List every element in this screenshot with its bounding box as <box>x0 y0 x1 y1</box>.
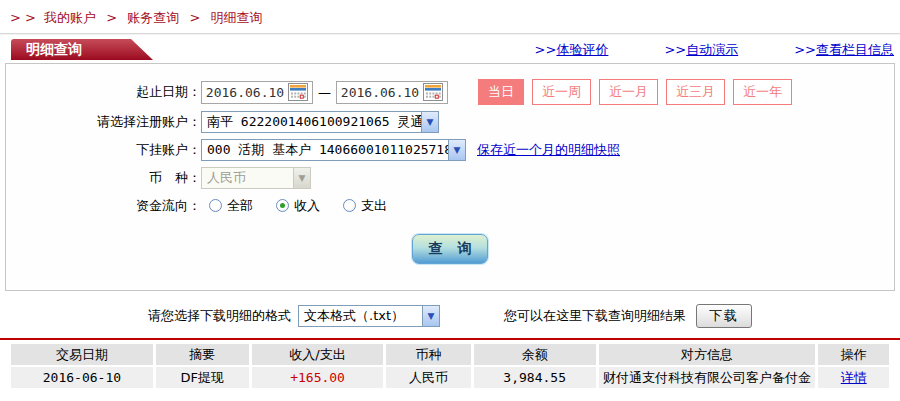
breadcrumb-separator: > <box>189 10 200 25</box>
currency-value: 人民币 <box>202 169 293 187</box>
chevron-down-icon: ▼ <box>293 168 310 188</box>
radio-icon <box>209 199 222 212</box>
chevron-down-icon: ▼ <box>422 306 439 326</box>
table-divider-line <box>0 338 900 340</box>
col-header-counterparty: 对方信息 <box>599 344 816 365</box>
register-account-value: 南平 6222001406100921065 灵通卡 <box>202 113 421 131</box>
cell-counterparty: 财付通支付科技有限公司客户备付金 <box>599 367 816 388</box>
download-row: 请您选择下载明细的格式 文本格式（.txt） ▼ 您可以在这里下载查询明细结果 … <box>0 303 900 329</box>
col-header-balance: 余额 <box>474 344 596 365</box>
register-account-select[interactable]: 南平 6222001406100921065 灵通卡 ▼ <box>201 111 439 133</box>
currency-label: 币 种： <box>6 169 201 187</box>
calendar-icon[interactable] <box>287 83 308 102</box>
date-range-row: 起止日期： — <box>6 79 894 105</box>
chevron-down-icon: ▼ <box>448 140 465 160</box>
register-account-label: 请选择注册账户： <box>6 113 201 131</box>
col-header-amount: 收入/支出 <box>252 344 384 365</box>
download-format-label: 请您选择下载明细的格式 <box>148 307 291 325</box>
cell-date: 2016-06-10 <box>11 367 153 388</box>
link-auto-demo[interactable]: >>自动演示 <box>664 41 738 59</box>
link-label: 查看栏目信息 <box>816 42 894 57</box>
cell-amount: +165.00 <box>252 367 384 388</box>
col-header-currency: 币种 <box>386 344 470 365</box>
chevron-down-icon: ▼ <box>421 112 438 132</box>
download-hint: 您可以在这里下载查询明细结果 <box>504 307 686 325</box>
date-range-dash: — <box>318 85 331 100</box>
date-from-input[interactable] <box>203 85 287 100</box>
currency-row: 币 种： 人民币 ▼ <box>6 166 894 189</box>
cell-balance: 3,984.55 <box>474 367 596 388</box>
date-range-label: 起止日期： <box>6 83 201 101</box>
page-title-tab: 明细查询 <box>11 39 153 60</box>
col-header-summary: 摘要 <box>156 344 249 365</box>
header-links: >>体验评价 >>自动演示 >>查看栏目信息 <box>535 39 900 60</box>
breadcrumb-separator: > <box>106 10 117 25</box>
sub-account-label: 下挂账户： <box>6 141 201 159</box>
radio-icon <box>343 199 356 212</box>
detail-link[interactable]: 详情 <box>841 370 867 385</box>
calendar-icon[interactable] <box>422 83 443 102</box>
sub-account-select[interactable]: 000 活期 基本户 1406600101102571848 ▼ <box>201 139 466 161</box>
period-button-last-week[interactable]: 近一周 <box>532 79 591 105</box>
link-experience-feedback[interactable]: >>体验评价 <box>535 41 609 59</box>
period-button-last-3-months[interactable]: 近三月 <box>666 79 725 105</box>
fund-flow-row: 资金流向： 全部 收入 支出 <box>6 194 894 217</box>
transactions-table: 交易日期 摘要 收入/支出 币种 余额 对方信息 操作 2016-06-10 D… <box>8 342 892 390</box>
breadcrumb-prefix: > > <box>10 10 36 25</box>
breadcrumb-item-account-query[interactable]: 账务查询 <box>127 10 179 25</box>
register-account-row: 请选择注册账户： 南平 6222001406100921065 灵通卡 ▼ <box>6 110 894 133</box>
sub-account-value: 000 活期 基本户 1406600101102571848 <box>202 141 448 159</box>
date-to-input[interactable] <box>338 85 422 100</box>
download-button[interactable]: 下载 <box>696 304 752 328</box>
col-header-action: 操作 <box>818 344 889 365</box>
flow-radio-income-label: 收入 <box>294 197 320 215</box>
save-snapshot-link[interactable]: 保存近一个月的明细快照 <box>477 141 620 159</box>
fund-flow-label: 资金流向： <box>6 197 201 215</box>
date-from-box <box>201 81 313 104</box>
flow-radio-expense-label: 支出 <box>361 197 387 215</box>
query-button[interactable]: 查 询 <box>412 234 488 264</box>
flow-radio-all[interactable]: 全部 <box>209 197 253 215</box>
link-prefix: >> <box>664 42 686 57</box>
section-header: 明细查询 >>体验评价 >>自动演示 >>查看栏目信息 <box>0 39 900 60</box>
sub-account-row: 下挂账户： 000 活期 基本户 1406600101102571848 ▼ 保… <box>6 138 894 161</box>
cell-action: 详情 <box>818 367 889 388</box>
period-button-last-year[interactable]: 近一年 <box>733 79 792 105</box>
link-prefix: >> <box>794 42 816 57</box>
period-button-today[interactable]: 当日 <box>478 79 524 105</box>
date-to-box <box>336 81 448 104</box>
radio-checked-icon <box>276 199 289 212</box>
table-header-row: 交易日期 摘要 收入/支出 币种 余额 对方信息 操作 <box>11 344 889 365</box>
flow-radio-expense[interactable]: 支出 <box>343 197 387 215</box>
link-label: 体验评价 <box>556 42 608 57</box>
link-prefix: >> <box>535 42 557 57</box>
col-header-date: 交易日期 <box>11 344 153 365</box>
table-row: 2016-06-10 DF提现 +165.00 人民币 3,984.55 财付通… <box>11 367 889 388</box>
download-format-select[interactable]: 文本格式（.txt） ▼ <box>298 305 440 327</box>
cell-summary: DF提现 <box>156 367 249 388</box>
download-format-value: 文本格式（.txt） <box>299 307 422 325</box>
query-form-panel: 起止日期： — <box>5 63 895 291</box>
link-view-column-info[interactable]: >>查看栏目信息 <box>794 41 894 59</box>
breadcrumb: > > 我的账户 > 账务查询 > 明细查询 <box>0 0 900 34</box>
period-button-last-month[interactable]: 近一月 <box>599 79 658 105</box>
flow-radio-income[interactable]: 收入 <box>276 197 320 215</box>
flow-radio-all-label: 全部 <box>227 197 253 215</box>
breadcrumb-item-my-account[interactable]: 我的账户 <box>44 10 96 25</box>
currency-select-disabled: 人民币 ▼ <box>201 167 311 189</box>
breadcrumb-item-detail-query[interactable]: 明细查询 <box>210 10 262 25</box>
link-label: 自动演示 <box>686 42 738 57</box>
cell-currency: 人民币 <box>386 367 470 388</box>
